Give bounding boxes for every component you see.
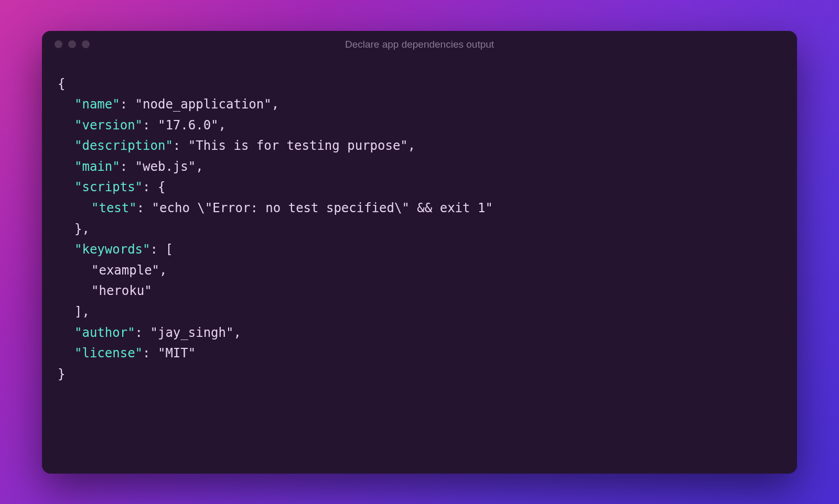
colon: : [143, 346, 158, 360]
colon: : [143, 180, 158, 194]
title-bar: Declare app dependencies output [42, 31, 797, 58]
json-value-version: "17.6.0" [158, 118, 219, 133]
keywords-open-bracket: [ [165, 242, 173, 257]
json-key-author: "author" [74, 325, 135, 340]
keywords-close-bracket: ], [74, 304, 90, 319]
json-value-license: "MIT" [158, 346, 196, 360]
json-keyword-2: "heroku" [91, 283, 152, 298]
comma: , [219, 118, 226, 133]
scripts-open-brace: { [158, 180, 165, 194]
json-key-name: "name" [74, 97, 120, 112]
terminal-window: Declare app dependencies output {"name":… [42, 31, 797, 474]
json-value-author: "jay_singh" [150, 325, 234, 340]
comma: , [196, 159, 203, 174]
window-title: Declare app dependencies output [345, 39, 494, 50]
colon: : [120, 97, 135, 112]
colon: : [120, 159, 135, 174]
json-key-test: "test" [91, 201, 137, 215]
code-content: {"name": "node_application","version": "… [42, 58, 797, 401]
json-value-description: "This is for testing purpose" [188, 138, 408, 153]
colon: : [150, 242, 166, 257]
maximize-icon[interactable] [82, 40, 90, 48]
comma: , [159, 263, 167, 278]
comma: , [272, 97, 279, 112]
colon: : [135, 325, 150, 340]
json-key-scripts: "scripts" [74, 180, 143, 194]
comma: , [233, 325, 241, 340]
close-icon[interactable] [55, 40, 62, 48]
json-key-description: "description" [74, 138, 173, 153]
json-value-name: "node_application" [135, 97, 272, 112]
scripts-close-brace: }, [74, 222, 90, 236]
json-key-version: "version" [74, 118, 143, 133]
json-value-main: "web.js" [135, 159, 196, 174]
json-key-keywords: "keywords" [74, 242, 150, 257]
colon: : [137, 201, 152, 215]
comma: , [408, 138, 415, 153]
json-value-test: "echo \"Error: no test specified\" && ex… [152, 201, 493, 215]
traffic-lights [55, 40, 90, 48]
json-open-brace: { [58, 76, 65, 91]
json-key-main: "main" [74, 159, 120, 174]
json-key-license: "license" [74, 346, 143, 360]
json-keyword-1: "example" [91, 263, 159, 278]
colon: : [173, 138, 188, 153]
colon: : [143, 118, 158, 133]
minimize-icon[interactable] [68, 40, 76, 48]
json-close-brace: } [58, 367, 65, 381]
